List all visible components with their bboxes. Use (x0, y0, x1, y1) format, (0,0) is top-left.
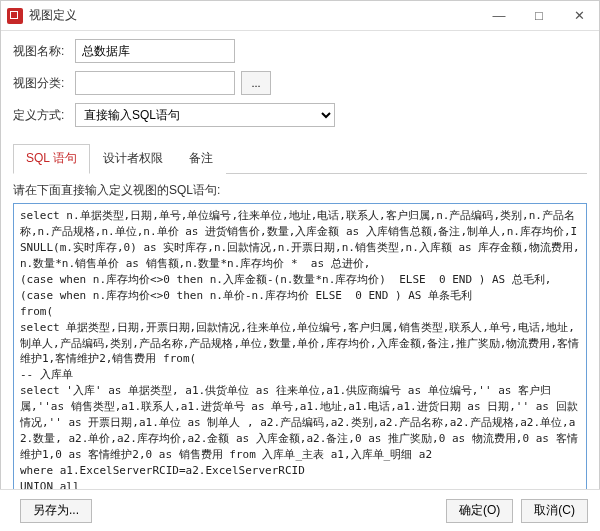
define-method-label: 定义方式: (13, 107, 75, 124)
sql-prompt-label: 请在下面直接输入定义视图的SQL语句: (13, 182, 587, 199)
tab-sql[interactable]: SQL 语句 (13, 144, 90, 174)
view-category-input[interactable] (75, 71, 235, 95)
tab-permissions[interactable]: 设计者权限 (90, 144, 176, 174)
window-title: 视图定义 (29, 7, 479, 24)
ok-button[interactable]: 确定(O) (446, 499, 513, 523)
app-icon (7, 8, 23, 24)
tab-notes[interactable]: 备注 (176, 144, 226, 174)
view-category-label: 视图分类: (13, 75, 75, 92)
category-browse-button[interactable]: ... (241, 71, 271, 95)
save-as-button[interactable]: 另存为... (20, 499, 92, 523)
define-method-select[interactable]: 直接输入SQL语句 (75, 103, 335, 127)
cancel-button[interactable]: 取消(C) (521, 499, 588, 523)
minimize-button[interactable]: — (479, 1, 519, 31)
view-name-label: 视图名称: (13, 43, 75, 60)
close-button[interactable]: ✕ (559, 1, 599, 31)
view-name-input[interactable] (75, 39, 235, 63)
maximize-button[interactable]: □ (519, 1, 559, 31)
sql-textarea[interactable]: select n.单据类型,日期,单号,单位编号,往来单位,地址,电话,联系人,… (13, 203, 587, 513)
